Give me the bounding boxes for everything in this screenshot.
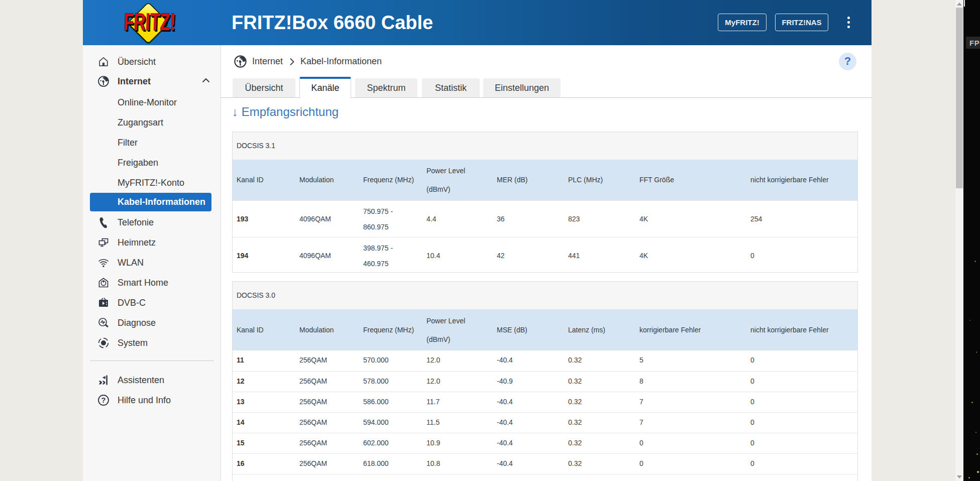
svg-text:?: ? [101,396,106,404]
svg-text:FRITZ!: FRITZ! [124,9,176,36]
